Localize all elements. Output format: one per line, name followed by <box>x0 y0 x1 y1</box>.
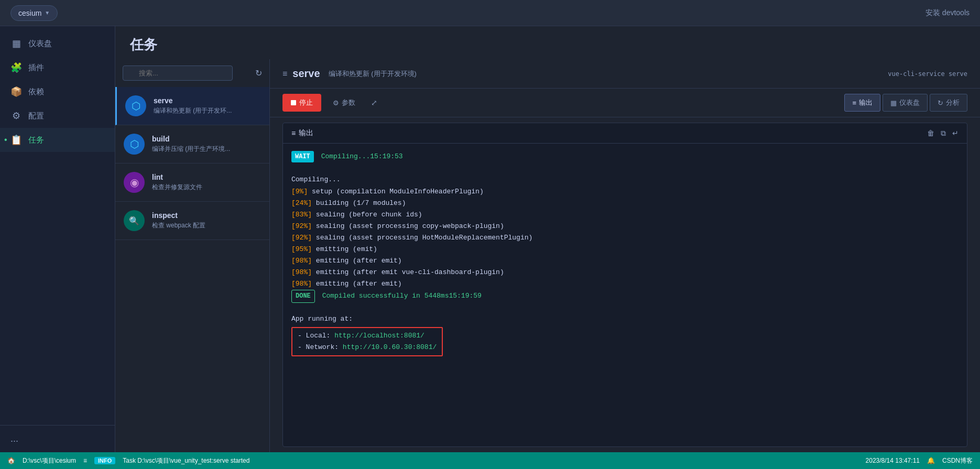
task-search-input[interactable] <box>123 66 233 81</box>
trash-icon: 🗑 <box>927 129 934 137</box>
task-item-lint[interactable]: ◉ lint 检查并修复源文件 <box>115 163 269 202</box>
home-icon: 🏠 <box>7 457 15 464</box>
console-icon: ≡ <box>852 99 856 107</box>
local-label: - Local: <box>298 332 334 340</box>
output-line-done: DONE Compiled successfully in 5448ms15:1… <box>291 290 959 302</box>
project-selector[interactable]: cesium ▼ <box>10 5 58 21</box>
circle-icon-lint: ◉ <box>130 176 139 189</box>
output-line-98c: [98%] emitting (after emit) <box>291 278 959 290</box>
sidebar-item-label: 配置 <box>28 111 44 121</box>
main-layout: ▦ 仪表盘 🧩 插件 📦 依赖 ⚙ 配置 📋 任务 ... <box>0 26 980 452</box>
tab-output-label: 输出 <box>859 98 873 107</box>
tab-dashboard-label: 仪表盘 <box>899 98 920 107</box>
output-line-compiling: Compiling... <box>291 174 959 186</box>
task-item-serve[interactable]: ⬡ serve 编译和热更新 (用于开发环... <box>115 87 269 125</box>
task-info-serve: serve 编译和热更新 (用于开发环... <box>154 96 261 115</box>
params-button[interactable]: 参数 <box>326 94 362 112</box>
stop-icon <box>291 100 296 105</box>
sidebar-item-dashboard[interactable]: ▦ 仪表盘 <box>0 31 115 56</box>
sidebar-more-button[interactable]: ... <box>10 433 104 444</box>
network-url[interactable]: http://10.0.60.30:8081/ <box>343 343 437 351</box>
task-info-inspect: inspect 检查 webpack 配置 <box>152 211 261 230</box>
task-icon-inspect: 🔍 <box>124 210 145 231</box>
task-info-build: build 编译并压缩 (用于生产环境... <box>152 135 261 154</box>
tasks-icon: 📋 <box>10 134 22 146</box>
stop-label: 停止 <box>299 98 313 107</box>
task-item-build[interactable]: ⬡ build 编译并压缩 (用于生产环境... <box>115 125 269 163</box>
task-search-bar: 🔍 ↻ <box>115 59 269 87</box>
task-detail-header: ≡ serve 编译和热更新 (用于开发环境) vue-cli-service … <box>270 59 980 89</box>
task-items: ⬡ serve 编译和热更新 (用于开发环... ⬡ build <box>115 87 269 452</box>
task-desc-build: 编译并压缩 (用于生产环境... <box>152 145 261 154</box>
refresh-icon: ↻ <box>255 69 262 78</box>
network-label: - Network: <box>298 343 343 351</box>
search-icon-inspect: 🔍 <box>129 216 139 226</box>
task-icon-build: ⬡ <box>124 134 145 155</box>
status-path: D:\vsc\项目\cesium <box>23 456 76 465</box>
enter-icon: ↵ <box>952 129 959 137</box>
task-name-lint: lint <box>152 173 261 181</box>
output-line-wait: WAIT Compiling...15:19:53 <box>291 151 959 162</box>
task-name-serve: serve <box>154 96 261 105</box>
output-line-92b: [92%] sealing (asset processing HotModul… <box>291 232 959 244</box>
top-bar: cesium ▼ 安装 devtools <box>0 0 980 26</box>
sidebar-item-dependencies[interactable]: 📦 依赖 <box>0 80 115 104</box>
sidebar-nav: ▦ 仪表盘 🧩 插件 📦 依赖 ⚙ 配置 📋 任务 <box>0 26 115 425</box>
app-running-section: App running at: - Local: http://localhos… <box>291 313 959 356</box>
clear-output-button[interactable]: 🗑 <box>927 129 934 138</box>
sidebar-item-label: 依赖 <box>28 87 44 97</box>
sidebar-item-configuration[interactable]: ⚙ 配置 <box>0 104 115 128</box>
refresh-button[interactable]: ↻ <box>255 68 262 78</box>
install-devtools-link[interactable]: 安装 devtools <box>925 8 970 18</box>
chevron-down-icon: ▼ <box>45 10 50 16</box>
local-url-line: - Local: http://localhost:8081/ <box>298 330 437 342</box>
status-left: 🏠 D:\vsc\项目\cesium ≡ INFO Task D:\vsc\项目… <box>7 456 249 465</box>
task-icon-lint: ◉ <box>124 172 145 193</box>
sidebar-item-label: 插件 <box>28 63 44 73</box>
done-text: Compiled successfully in 5448ms15:19:59 <box>322 292 482 300</box>
dashboard-tab-icon: ▦ <box>890 99 897 107</box>
task-info-lint: lint 检查并修复源文件 <box>152 173 261 192</box>
task-detail-title: ≡ serve 编译和热更新 (用于开发环境) <box>282 68 417 80</box>
configuration-icon: ⚙ <box>10 110 22 122</box>
cube-icon-build: ⬡ <box>130 138 139 150</box>
sidebar-item-plugins[interactable]: 🧩 插件 <box>0 56 115 80</box>
cube-icon: ⬡ <box>132 100 140 112</box>
sidebar-item-tasks[interactable]: 📋 任务 <box>0 128 115 152</box>
top-bar-left: cesium ▼ <box>10 5 58 21</box>
sidebar-item-label: 仪表盘 <box>28 39 52 49</box>
dashboard-icon: ▦ <box>10 38 22 49</box>
task-detail-panel: ≡ serve 编译和热更新 (用于开发环境) vue-cli-service … <box>270 59 980 452</box>
expand-icon: ⤢ <box>371 99 377 107</box>
status-console-icon: ≡ <box>83 457 87 464</box>
status-right: 2023/8/14 13:47:11 🔔 CSDN博客 <box>866 456 973 465</box>
output-line-9: [9%] setup (compilation ModuleInfoHeader… <box>291 186 959 198</box>
wrap-output-button[interactable]: ↵ <box>952 129 959 138</box>
tab-output[interactable]: ≡ 输出 <box>844 94 880 112</box>
task-desc-lint: 检查并修复源文件 <box>152 183 261 192</box>
app-running-label: App running at: <box>291 313 959 325</box>
params-label: 参数 <box>342 98 355 107</box>
task-item-inspect[interactable]: 🔍 inspect 检查 webpack 配置 <box>115 202 269 240</box>
wait-text: Compiling...15:19:53 <box>321 152 403 160</box>
output-line-98a: [98%] emitting (after emit) <box>291 255 959 267</box>
task-list-panel: 🔍 ↻ ⬡ serve 编译和热更新 (用于开发环... <box>115 59 270 452</box>
task-detail-name: serve <box>292 68 320 80</box>
output-line-24: [24%] building (1/7 modules) <box>291 198 959 209</box>
copy-output-button[interactable]: ⧉ <box>941 129 946 138</box>
output-line-92a: [92%] sealing (asset processing copy-web… <box>291 221 959 232</box>
url-box: - Local: http://localhost:8081/ - Networ… <box>291 327 443 356</box>
sidebar: ▦ 仪表盘 🧩 插件 📦 依赖 ⚙ 配置 📋 任务 ... <box>0 26 115 452</box>
network-url-line: - Network: http://10.0.60.30:8081/ <box>298 342 437 353</box>
info-badge: INFO <box>94 457 115 464</box>
task-detail-icon: ≡ <box>282 69 287 79</box>
tab-analysis[interactable]: ↻ 分析 <box>930 94 967 112</box>
stop-button[interactable]: 停止 <box>282 94 321 112</box>
local-url[interactable]: http://localhost:8081/ <box>334 332 424 340</box>
tab-dashboard[interactable]: ▦ 仪表盘 <box>883 94 928 112</box>
task-view-tabs: ≡ 输出 ▦ 仪表盘 ↻ 分析 <box>844 94 967 112</box>
open-button[interactable]: ⤢ <box>367 94 382 111</box>
output-header: ≡ 输出 🗑 ⧉ ↵ <box>283 123 967 144</box>
page-title: 任务 <box>115 26 980 59</box>
tasks-layout: 🔍 ↻ ⬡ serve 编译和热更新 (用于开发环... <box>115 59 980 452</box>
